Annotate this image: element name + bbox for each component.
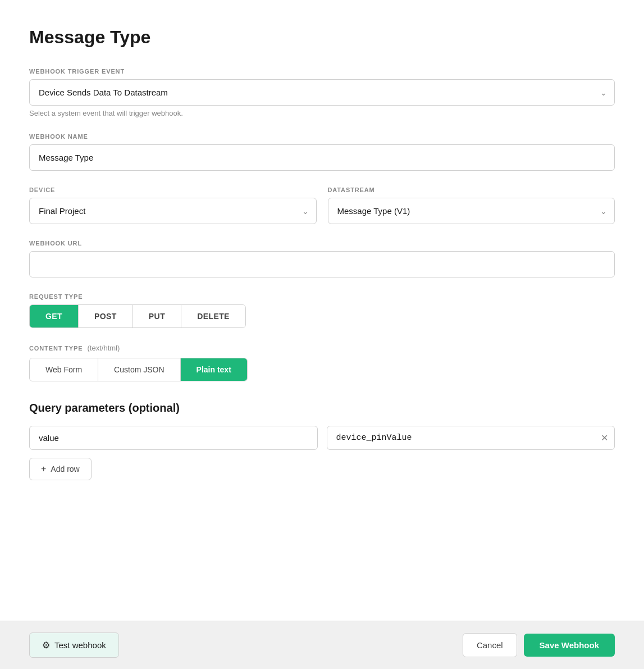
request-type-delete-button[interactable]: DELETE [181,305,245,327]
device-datastream-row: DEVICE Final Project ⌄ DATASTREAM Messag… [29,186,615,224]
webhook-url-group: WEBHOOK URL [29,240,615,277]
webhook-trigger-select-wrapper: Device Sends Data To Datastream ⌄ [29,79,615,106]
test-webhook-icon: ⚙ [42,640,50,650]
request-type-label: REQUEST TYPE [29,293,615,300]
datastream-group: DATASTREAM Message Type (V1) ⌄ [328,186,615,224]
webhook-trigger-group: WEBHOOK TRIGGER EVENT Device Sends Data … [29,68,615,117]
device-select[interactable]: Final Project [29,198,317,224]
content-type-label-row: CONTENT TYPE (text/html) [29,344,615,352]
add-row-button[interactable]: + Add row [29,458,92,480]
webhook-name-label: WEBHOOK NAME [29,133,615,140]
request-type-put-button[interactable]: PUT [133,305,181,327]
query-params-title: Query parameters (optional) [29,402,615,415]
request-type-post-button[interactable]: POST [79,305,133,327]
content-type-label: CONTENT TYPE [29,345,83,352]
page-title: Message Type [29,27,615,48]
test-webhook-label: Test webhook [54,640,106,650]
device-group: DEVICE Final Project ⌄ [29,186,317,224]
request-type-get-button[interactable]: GET [30,305,79,327]
webhook-url-input[interactable] [29,251,615,277]
webhook-name-group: WEBHOOK NAME [29,133,615,171]
datastream-select-wrapper: Message Type (V1) ⌄ [328,198,615,224]
webhook-name-input[interactable] [29,144,615,171]
device-label: DEVICE [29,186,317,193]
test-webhook-button[interactable]: ⚙ Test webhook [29,632,119,658]
datastream-select[interactable]: Message Type (V1) [328,198,615,224]
plus-icon: + [41,464,46,474]
add-row-label: Add row [51,465,79,474]
webhook-trigger-select[interactable]: Device Sends Data To Datastream [29,79,615,106]
webhook-trigger-helper: Select a system event that will trigger … [29,109,615,117]
main-content: Message Type WEBHOOK TRIGGER EVENT Devic… [0,0,644,621]
content-type-group: CONTENT TYPE (text/html) Web Form Custom… [29,344,615,381]
content-type-buttons: Web Form Custom JSON Plain text [29,358,248,381]
device-select-wrapper: Final Project ⌄ [29,198,317,224]
query-row: ✕ [29,426,615,450]
content-type-webform-button[interactable]: Web Form [30,358,98,381]
query-value-wrapper: ✕ [327,426,615,450]
webhook-trigger-label: WEBHOOK TRIGGER EVENT [29,68,615,75]
page-container: Message Type WEBHOOK TRIGGER EVENT Devic… [0,0,644,669]
request-type-buttons: GET POST PUT DELETE [29,304,246,328]
query-value-input[interactable] [327,426,615,450]
content-type-subtext: (text/html) [88,344,120,352]
datastream-label: DATASTREAM [328,186,615,193]
query-key-input[interactable] [29,426,318,450]
query-params-section: Query parameters (optional) ✕ + Add row [29,402,615,480]
save-webhook-button[interactable]: Save Webhook [524,634,615,657]
webhook-url-label: WEBHOOK URL [29,240,615,247]
content-type-plaintext-button[interactable]: Plain text [181,358,247,381]
clear-query-icon[interactable]: ✕ [601,434,608,443]
footer-right: Cancel Save Webhook [463,633,615,657]
footer-bar: ⚙ Test webhook Cancel Save Webhook [0,621,644,669]
content-type-customjson-button[interactable]: Custom JSON [98,358,180,381]
request-type-group: REQUEST TYPE GET POST PUT DELETE [29,293,615,328]
cancel-button[interactable]: Cancel [463,633,517,657]
